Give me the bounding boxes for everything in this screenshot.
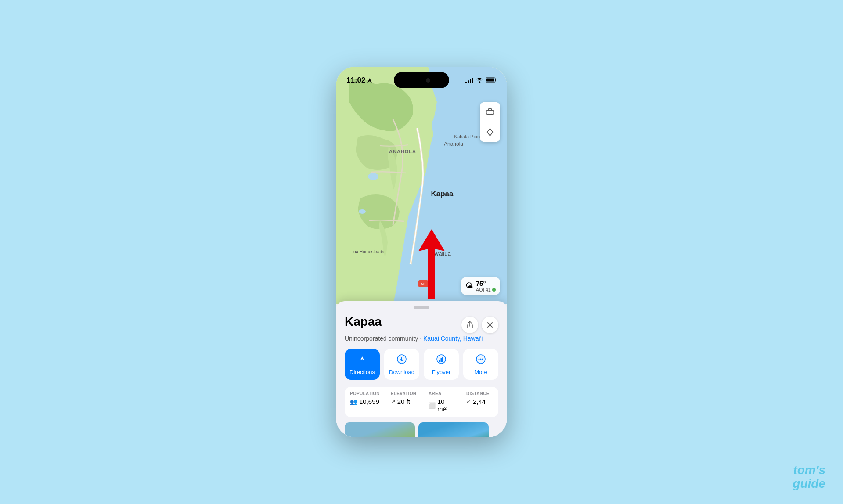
more-dots-icon — [476, 354, 486, 367]
svg-point-16 — [480, 358, 482, 360]
svg-rect-13 — [442, 357, 443, 362]
area-square-icon: ⬜ — [429, 402, 436, 409]
flyover-icon — [436, 354, 447, 367]
weather-condition-icon: 🌤 — [465, 281, 473, 291]
location-arrow-icon — [367, 78, 372, 83]
status-time: 11:02 — [346, 76, 372, 85]
svg-rect-12 — [441, 358, 442, 362]
anahola-label: ANAHOLA — [389, 149, 416, 154]
download-icon — [396, 354, 407, 367]
action-buttons-row: Directions Download — [345, 349, 498, 380]
directions-label: Directions — [349, 369, 375, 375]
elevation-stat: ELEVATION ↗ 20 ft — [385, 387, 423, 417]
download-arrow-icon — [396, 354, 407, 364]
svg-rect-11 — [439, 360, 440, 362]
sheet-drag-handle[interactable] — [414, 306, 429, 309]
lake1 — [368, 173, 378, 180]
area-stat: AREA ⬜ 10 mi² — [423, 387, 461, 417]
flyover-button[interactable]: Flyover — [424, 349, 459, 380]
more-button[interactable]: More — [463, 349, 498, 380]
area-label: AREA — [429, 391, 455, 396]
temperature-display: 75° — [476, 280, 496, 287]
my-location-button[interactable] — [480, 122, 500, 142]
map-controls — [480, 102, 500, 142]
svg-point-5 — [491, 113, 493, 115]
photo-thumbnail-beach[interactable] — [418, 422, 489, 437]
population-stat: POPULATION 👥 10,699 — [345, 387, 385, 417]
stats-row: POPULATION 👥 10,699 ELEVATION ↗ 20 ft — [345, 387, 498, 417]
svg-rect-1 — [486, 79, 494, 82]
clock-time: 11:02 — [346, 76, 365, 85]
distance-label: DISTANCE — [466, 391, 493, 396]
distance-icon: ↙ — [466, 398, 471, 405]
elevation-value: 20 ft — [397, 398, 410, 405]
aqi-display: AQI 41 — [476, 287, 496, 292]
population-value: 10,699 — [359, 398, 379, 405]
share-icon — [466, 321, 474, 329]
close-icon — [486, 321, 494, 329]
watermark-line1: tom's — [793, 464, 825, 477]
directions-arrow-icon — [357, 354, 367, 364]
population-label: POPULATION — [350, 391, 380, 396]
highway-marker: 56 — [421, 282, 425, 286]
driving-view-button[interactable] — [480, 102, 500, 122]
area-value: 10 mi² — [437, 398, 455, 413]
status-icons — [465, 76, 497, 84]
lake2 — [359, 209, 366, 214]
location-title: Kapaa — [345, 315, 382, 329]
phone-frame: 11:02 — [336, 67, 507, 437]
map-svg: 56 Kapaa Wailua ANAHOLA Anahola Kahala P… — [336, 67, 507, 304]
homesteads-label: ua Homesteads — [353, 249, 384, 254]
svg-point-4 — [487, 113, 489, 115]
watermark-line2: guide — [793, 477, 825, 491]
wifi-icon — [476, 76, 483, 84]
ellipsis-icon — [476, 354, 486, 364]
elevation-label: ELEVATION — [391, 391, 418, 396]
battery-icon — [486, 76, 497, 84]
elevation-arrow-icon: ↗ — [391, 398, 396, 405]
signal-strength-icon — [465, 77, 473, 83]
svg-point-17 — [482, 358, 483, 360]
wailua-label: Wailua — [433, 250, 451, 257]
weather-widget: 🌤 75° AQI 41 — [461, 277, 500, 295]
share-button[interactable] — [461, 317, 478, 333]
chart-icon — [436, 354, 447, 364]
county-link[interactable]: Kauai County, Hawai'i — [423, 335, 483, 342]
watermark: tom's guide — [793, 464, 825, 491]
directions-button[interactable]: Directions — [345, 349, 380, 380]
navigation-arrow-icon — [485, 127, 495, 137]
kahala-point-label: Kahala Point — [454, 134, 481, 139]
people-icon: 👥 — [350, 398, 357, 405]
distance-value: 2,44 — [473, 398, 486, 405]
flyover-label: Flyover — [432, 369, 451, 375]
download-label: Download — [389, 369, 414, 375]
sheet-header: Kapaa — [345, 315, 498, 333]
subtitle-text: Unincorporated community · — [345, 335, 423, 342]
svg-point-15 — [479, 358, 480, 360]
directions-icon — [357, 354, 367, 367]
kapaa-label: Kapaa — [431, 190, 454, 198]
car-icon — [485, 107, 495, 117]
anahola-town-label: Anahola — [444, 141, 463, 147]
distance-stat: DISTANCE ↙ 2,44 — [461, 387, 498, 417]
download-button[interactable]: Download — [384, 349, 419, 380]
aqi-dot — [492, 288, 496, 292]
more-label: More — [474, 369, 487, 375]
photo-thumbnail-mountain[interactable] — [345, 422, 415, 437]
svg-rect-3 — [486, 110, 494, 114]
location-subtitle: Unincorporated community · Kauai County,… — [345, 335, 498, 342]
photos-row — [345, 422, 498, 437]
close-button[interactable] — [482, 317, 498, 333]
aqi-label: AQI 41 — [476, 287, 491, 292]
map-area[interactable]: 56 Kapaa Wailua ANAHOLA Anahola Kahala P… — [336, 67, 507, 304]
dynamic-island — [394, 72, 449, 88]
bottom-sheet: Kapaa — [336, 301, 507, 437]
sheet-top-actions — [461, 317, 498, 333]
